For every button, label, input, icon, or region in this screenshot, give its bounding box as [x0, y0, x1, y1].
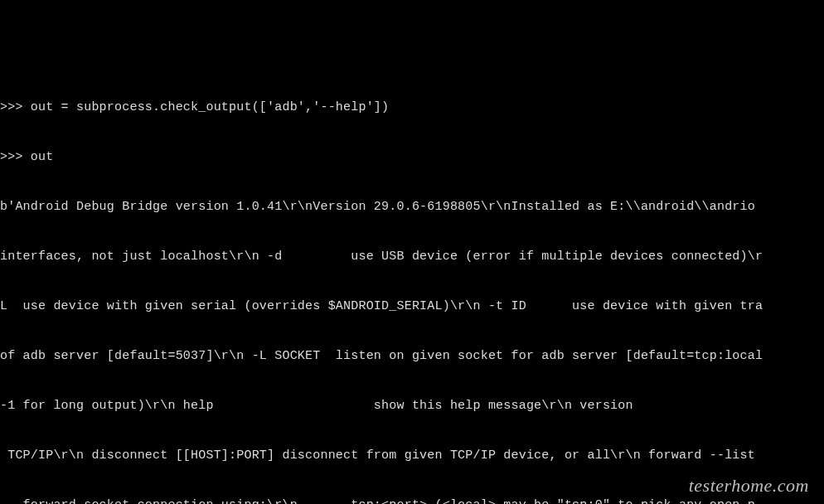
output-line: -1 for long output)\r\n help show this h…: [0, 398, 824, 414]
output-line: of adb server [default=5037]\r\n -L SOCK…: [0, 348, 824, 365]
repl-input-line: >>> out = subprocess.check_output(['adb'…: [0, 99, 824, 116]
repl-input-line: >>> out: [0, 149, 824, 166]
watermark-label: testerhome.com: [689, 477, 809, 494]
terminal-output[interactable]: >>> out = subprocess.check_output(['adb'…: [0, 66, 824, 504]
output-line: forward socket connection using:\r\n tcp…: [0, 497, 824, 504]
output-line: b'Android Debug Bridge version 1.0.41\r\…: [0, 199, 824, 216]
output-line: TCP/IP\r\n disconnect [[HOST]:PORT] disc…: [0, 448, 824, 464]
output-line: L use device with given serial (override…: [0, 298, 824, 315]
output-line: interfaces, not just localhost\r\n -d us…: [0, 249, 824, 265]
